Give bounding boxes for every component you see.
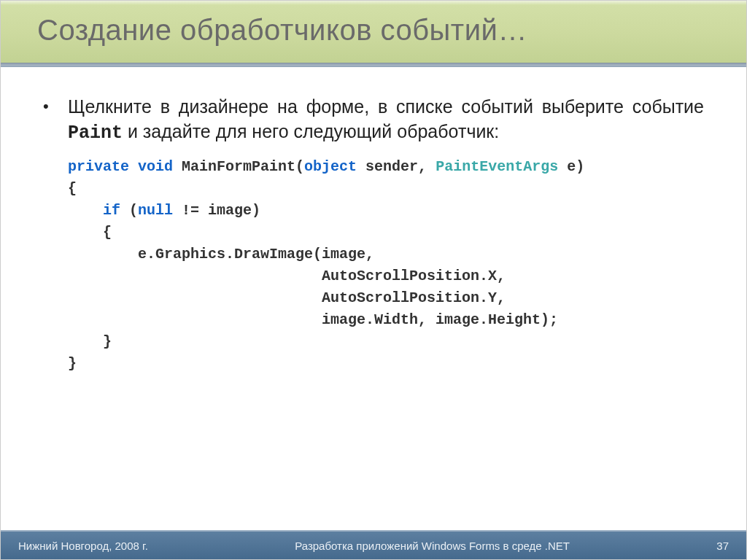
kw-private: private — [68, 158, 129, 175]
kw-void: void — [138, 158, 173, 175]
code-open1: { — [68, 180, 77, 197]
code-open2: { — [68, 224, 112, 241]
slide-title: Создание обработчиков событий… — [37, 14, 746, 47]
code-method: MainFormPaint( — [173, 158, 304, 175]
bullet-suffix: и задайте для него следующий обработчик: — [123, 121, 499, 141]
code-wh: image.Width, image.Height); — [68, 311, 558, 328]
slide-body: • Щелкните в дизайнере на форме, в списк… — [1, 67, 746, 530]
bullet-prefix: Щелкните в дизайнере на форме, в списке … — [68, 96, 704, 117]
footer: Нижний Новгород, 2008 г. Разработка прил… — [1, 530, 746, 559]
bullet-text: Щелкните в дизайнере на форме, в списке … — [68, 95, 704, 146]
bullet-code-word: Paint — [68, 122, 123, 144]
code-asx: AutoScrollPosition.X, — [68, 268, 506, 284]
slide: Создание обработчиков событий… • Щелкнит… — [0, 0, 747, 560]
code-draw: e.Graphics.DrawImage(image, — [68, 246, 374, 262]
kw-object: object — [304, 158, 357, 175]
code-e: e) — [558, 158, 584, 175]
bullet-dot: • — [43, 95, 68, 146]
kw-null: null — [138, 202, 173, 219]
bullet-item: • Щелкните в дизайнере на форме, в списк… — [43, 95, 704, 146]
title-bar: Создание обработчиков событий… — [1, 1, 746, 63]
code-if-open: ( — [120, 202, 138, 219]
code-block: private void MainFormPaint(object sender… — [68, 156, 704, 375]
code-close1: } — [68, 355, 77, 372]
code-close2: } — [68, 333, 112, 350]
footer-left: Нижний Новгород, 2008 г. — [18, 540, 148, 552]
type-painteventargs: PaintEventArgs — [436, 158, 558, 175]
footer-center: Разработка приложений Windows Forms в ср… — [148, 540, 716, 552]
footer-page: 37 — [716, 540, 729, 552]
code-if-rest: != image) — [173, 202, 260, 219]
code-asy: AutoScrollPosition.Y, — [68, 289, 506, 306]
kw-if: if — [103, 202, 120, 219]
code-if-pre — [68, 202, 103, 219]
code-sender: sender, — [357, 158, 436, 175]
